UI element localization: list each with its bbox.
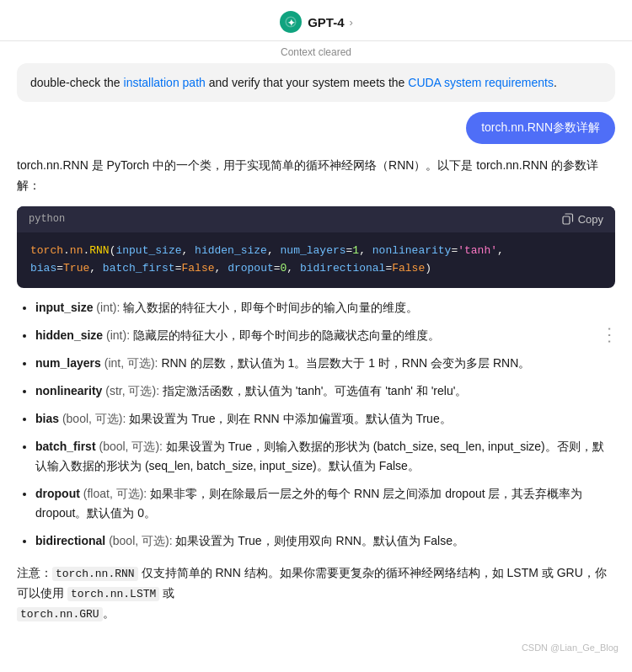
list-item: nonlinearity (str, 可选): 指定激活函数，默认值为 'tan… xyxy=(35,381,615,401)
list-item: input_size (int): 输入数据的特征大小，即每个时间步的输入向量的… xyxy=(35,298,615,317)
copy-icon xyxy=(562,213,574,225)
watermark: CSDN @Lian_Ge_Blog xyxy=(0,637,632,658)
list-item: bidirectional (bool, 可选): 如果设置为 True，则使用… xyxy=(35,531,615,551)
main-content: double-check the installation path and v… xyxy=(0,63,632,637)
note-text-before: 注意： xyxy=(17,566,52,579)
note-code-rnn: torch.nn.RNN xyxy=(52,567,138,581)
app-title: GPT-4 xyxy=(308,15,344,29)
param-list: input_size (int): 输入数据的特征大小，即每个时间步的输入向量的… xyxy=(17,298,615,552)
note-text-end: 。 xyxy=(103,606,115,620)
header: ✦ GPT-4 › xyxy=(0,0,632,41)
code-content: torch.nn.RNN(input_size, hidden_size, nu… xyxy=(17,232,615,288)
list-item: bias (bool, 可选): 如果设置为 True，则在 RNN 中添加偏置… xyxy=(35,409,615,429)
note-text-or: 或 xyxy=(159,586,174,600)
cuda-requirements-link[interactable]: CUDA system requirements xyxy=(408,76,554,89)
top-message-bubble: double-check the installation path and v… xyxy=(17,63,615,102)
list-item: dropout (float, 可选): 如果非零，则在除最后一层之外的每个 R… xyxy=(35,484,615,523)
gpt-logo-icon: ✦ xyxy=(279,10,303,34)
top-msg-text3: . xyxy=(554,76,557,89)
top-msg-text2: and verify that your system meets the xyxy=(206,76,408,89)
note-code-gru: torch.nn.GRU xyxy=(17,607,103,621)
context-cleared-label: Context cleared xyxy=(0,41,632,63)
list-item: hidden_size (int): 隐藏层的特征大小，即每个时间步的隐藏状态向… xyxy=(35,326,615,345)
three-dots-menu[interactable]: ··· xyxy=(601,327,620,346)
top-msg-text1: double-check the xyxy=(30,76,124,89)
code-block: python Copy torch.nn.RNN(input_size, hid… xyxy=(17,206,615,288)
list-item: num_layers (int, 可选): RNN 的层数，默认值为 1。当层数… xyxy=(35,354,615,373)
code-block-header: python Copy xyxy=(17,206,615,232)
header-chevron-icon: › xyxy=(350,16,353,29)
user-message-row: torch.nn.RNN参数详解 xyxy=(17,112,615,144)
user-message-button[interactable]: torch.nn.RNN参数详解 xyxy=(466,112,615,144)
ai-intro-text: torch.nn.RNN 是 PyTorch 中的一个类，用于实现简单的循环神经… xyxy=(17,156,615,196)
copy-label: Copy xyxy=(578,213,603,226)
note-section: 注意：torch.nn.RNN 仅支持简单的 RNN 结构。如果你需要更复杂的循… xyxy=(17,563,615,624)
list-item: batch_first (bool, 可选): 如果设置为 True，则输入数据… xyxy=(35,437,615,476)
svg-text:✦: ✦ xyxy=(287,18,295,28)
svg-rect-2 xyxy=(563,216,570,224)
installation-path-link[interactable]: installation path xyxy=(124,76,206,89)
copy-button[interactable]: Copy xyxy=(562,213,603,226)
code-language-label: python xyxy=(29,213,65,225)
note-code-lstm: torch.nn.LSTM xyxy=(67,587,159,601)
